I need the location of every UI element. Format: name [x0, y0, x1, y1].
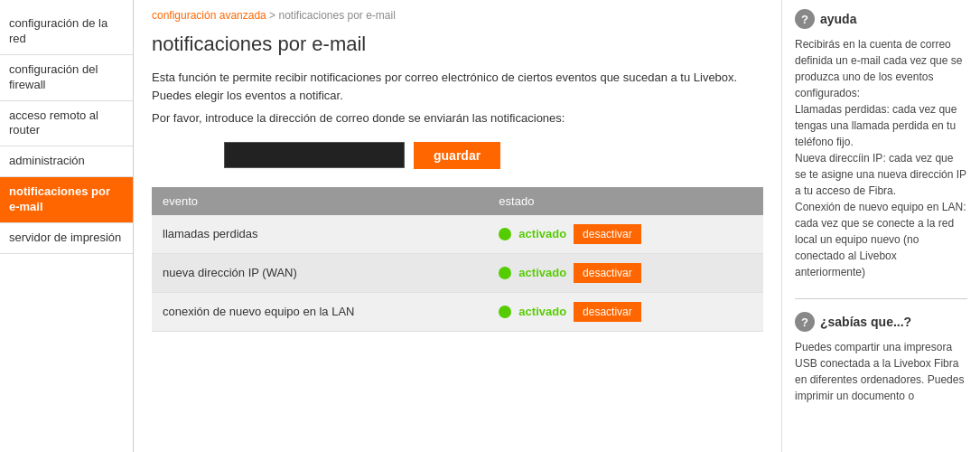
tip-section: ? ¿sabías que...? Puedes compartir una i…: [795, 312, 967, 404]
evento-cell: conexión de nuevo equipo en la LAN: [152, 292, 488, 331]
page-title: notificaciones por e-mail: [152, 33, 763, 56]
help-icon: ?: [795, 9, 815, 29]
help-section: ? ayuda Recibirás en la cuenta de correo…: [795, 9, 967, 280]
deactivate-button[interactable]: desactivar: [574, 224, 641, 244]
table-row: nueva dirección IP (WAN) activado desact…: [152, 253, 763, 292]
sidebar-item-admin[interactable]: administración: [0, 146, 133, 177]
table-row: llamadas perdidas activado desactivar: [152, 215, 763, 254]
breadcrumb-link[interactable]: configuración avanzada: [152, 9, 266, 22]
tip-title: ? ¿sabías que...?: [795, 312, 967, 332]
help-title-text: ayuda: [820, 12, 856, 26]
sidebar-item-email[interactable]: notificaciones por e-mail: [0, 177, 133, 223]
sidebar-item-label: configuración del firewall: [9, 62, 98, 91]
right-panel: ? ayuda Recibirás en la cuenta de correo…: [781, 0, 980, 452]
evento-cell: nueva dirección IP (WAN): [152, 253, 488, 292]
sidebar-item-label: configuración de la red: [9, 16, 107, 45]
sidebar-item-label: acceso remoto al router: [9, 108, 98, 137]
status-text: activado: [518, 227, 566, 240]
status-text: activado: [518, 266, 566, 279]
tip-text: Puedes compartir una impresora USB conec…: [795, 339, 967, 404]
description-1: Esta función te permite recibir notifica…: [152, 69, 763, 104]
sidebar-item-firewall[interactable]: configuración del firewall: [0, 55, 133, 101]
email-input[interactable]: [224, 142, 405, 168]
deactivate-button[interactable]: desactivar: [574, 263, 641, 283]
breadcrumb-separator: >: [269, 9, 278, 22]
sidebar-item-red[interactable]: configuración de la red: [0, 9, 133, 55]
breadcrumb-current: notificaciones por e-mail: [278, 9, 395, 22]
tip-icon: ?: [795, 312, 815, 332]
estado-cell: activado desactivar: [488, 292, 763, 331]
sidebar-item-label: administración: [9, 154, 85, 167]
table-row: conexión de nuevo equipo en la LAN activ…: [152, 292, 763, 331]
col-header-estado: estado: [488, 187, 763, 215]
section-separator: [795, 298, 967, 299]
email-form: guardar: [224, 142, 763, 169]
help-text: Recibirás en la cuenta de correo definid…: [795, 36, 967, 280]
status-dot: [499, 306, 511, 318]
help-title: ? ayuda: [795, 9, 967, 29]
sidebar-item-impresion[interactable]: servidor de impresión: [0, 223, 133, 254]
main-content: configuración avanzada > notificaciones …: [134, 0, 781, 452]
col-header-evento: evento: [152, 187, 488, 215]
save-button[interactable]: guardar: [414, 142, 500, 169]
sidebar-item-label: notificaciones por e-mail: [9, 184, 110, 213]
breadcrumb: configuración avanzada > notificaciones …: [152, 9, 763, 22]
events-table: evento estado llamadas perdidas activado…: [152, 187, 763, 332]
sidebar: configuración de la red configuración de…: [0, 0, 134, 452]
sidebar-item-remoto[interactable]: acceso remoto al router: [0, 101, 133, 147]
evento-cell: llamadas perdidas: [152, 215, 488, 254]
status-dot: [499, 267, 511, 279]
status-text: activado: [518, 305, 566, 318]
estado-cell: activado desactivar: [488, 215, 763, 254]
tip-title-text: ¿sabías que...?: [820, 315, 911, 329]
estado-cell: activado desactivar: [488, 253, 763, 292]
sidebar-item-label: servidor de impresión: [9, 231, 121, 244]
status-dot: [499, 228, 511, 240]
description-2: Por favor, introduce la dirección de cor…: [152, 109, 763, 127]
deactivate-button[interactable]: desactivar: [574, 302, 641, 322]
